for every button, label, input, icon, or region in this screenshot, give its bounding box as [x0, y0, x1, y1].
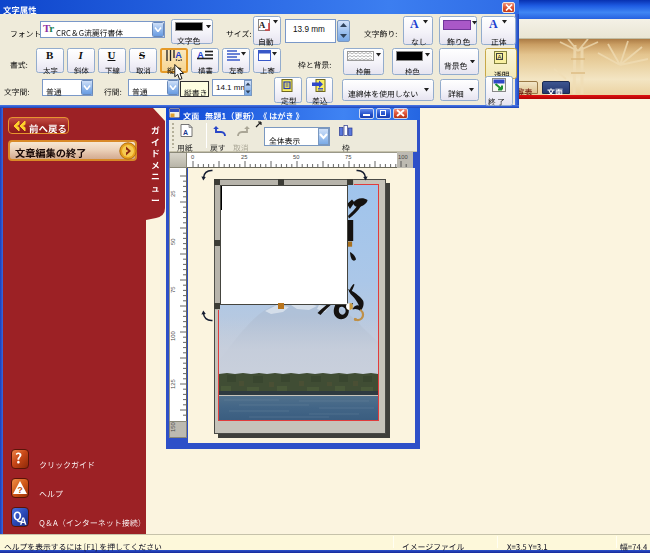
- svg-text:A: A: [259, 20, 266, 30]
- svg-text:?: ?: [17, 485, 23, 495]
- svg-text:A: A: [497, 54, 501, 60]
- svg-text:A: A: [183, 129, 188, 136]
- svg-text:A: A: [175, 50, 182, 60]
